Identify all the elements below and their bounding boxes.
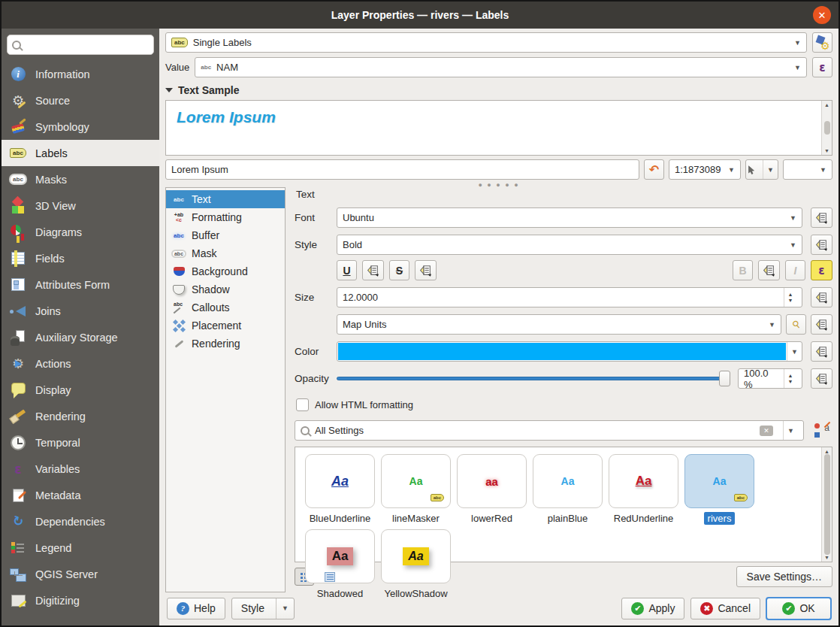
scroll-thumb[interactable] bbox=[824, 121, 830, 135]
style-preset-card[interactable]: Aa bbox=[305, 454, 375, 508]
label-settings-tab[interactable]: Background bbox=[166, 262, 285, 280]
spin-arrows-icon[interactable]: ▲▼ bbox=[784, 369, 796, 388]
font-combo[interactable]: Ubuntu ▼ bbox=[337, 207, 802, 228]
formatting-tab-icon bbox=[171, 211, 186, 224]
sidebar-item[interactable]: Metadata bbox=[2, 482, 159, 508]
help-button[interactable]: ? Help bbox=[167, 598, 225, 619]
sidebar-item[interactable]: Rendering bbox=[2, 403, 159, 429]
style-preset-card[interactable]: Aa bbox=[305, 529, 375, 583]
ok-button[interactable]: ✔ OK bbox=[766, 598, 831, 619]
sidebar-item[interactable]: Fields bbox=[2, 245, 159, 271]
strikethrough-override-button[interactable] bbox=[415, 260, 437, 280]
label-settings-tab[interactable]: Formatting bbox=[166, 208, 285, 226]
label-settings-tab[interactable]: Rendering bbox=[166, 335, 285, 353]
label-settings-tab[interactable]: Buffer bbox=[166, 226, 285, 244]
size-override-button[interactable] bbox=[811, 287, 832, 307]
sidebar-item[interactable]: Legend bbox=[2, 535, 159, 561]
style-combo[interactable]: Bold ▼ bbox=[337, 235, 802, 255]
sidebar-search[interactable] bbox=[7, 35, 154, 55]
sidebar-item[interactable]: Joins bbox=[2, 298, 159, 324]
underline-override-button[interactable] bbox=[362, 260, 384, 280]
expression-builder-button[interactable]: ε bbox=[812, 57, 832, 77]
mask-tab-icon bbox=[171, 247, 186, 260]
sidebar-item[interactable]: Variables bbox=[2, 456, 159, 482]
sample-scrollbar[interactable]: ▲ ▼ bbox=[821, 101, 832, 155]
label-settings-tab[interactable]: Shadow bbox=[166, 280, 285, 298]
label-settings-tab[interactable]: Placement bbox=[166, 317, 285, 335]
strikethrough-button[interactable]: S bbox=[389, 260, 409, 280]
sidebar-item[interactable]: Temporal bbox=[2, 429, 159, 456]
color-override-button[interactable] bbox=[811, 341, 832, 362]
metadata-icon bbox=[9, 487, 27, 504]
style-preset-card[interactable]: Aa bbox=[609, 454, 678, 508]
rendering-icon bbox=[9, 408, 27, 425]
automated-placement-settings-button[interactable] bbox=[812, 32, 832, 53]
value-field-combo[interactable]: abc NAM ▼ bbox=[195, 57, 807, 77]
splitter-handle[interactable]: ● ● ● ● ● bbox=[165, 182, 832, 187]
save-settings-button[interactable]: Save Settings… bbox=[736, 566, 832, 587]
sidebar-item[interactable]: Attributes Form bbox=[2, 271, 159, 298]
label-settings-tab[interactable]: Callouts bbox=[166, 298, 285, 317]
clear-search-icon[interactable]: ✕ bbox=[760, 426, 773, 436]
font-override-button[interactable] bbox=[811, 207, 832, 228]
sidebar-item[interactable]: Diagrams bbox=[2, 219, 159, 245]
label-settings-tab[interactable]: Mask bbox=[166, 244, 285, 262]
slider-handle[interactable] bbox=[719, 371, 730, 386]
style-preset-card[interactable]: Aa bbox=[381, 529, 451, 583]
data-defined-icon bbox=[814, 211, 829, 224]
label-mode-combo[interactable]: abc Single Labels ▼ bbox=[165, 32, 807, 53]
font-color-button[interactable]: ▼ bbox=[337, 341, 802, 362]
size-spinbox[interactable]: 12.0000 ▲▼ bbox=[337, 287, 802, 307]
units-settings-button[interactable]: ⚲ bbox=[786, 314, 806, 335]
sample-text-input[interactable]: Lorem Ipsum bbox=[165, 159, 639, 180]
sidebar-search-input[interactable] bbox=[25, 39, 157, 50]
italic-override-button[interactable]: ε bbox=[811, 260, 832, 280]
style-override-button[interactable] bbox=[811, 235, 832, 255]
style-manager-button[interactable]: a bbox=[812, 420, 832, 441]
label-settings-tab[interactable]: Text bbox=[166, 190, 285, 208]
scroll-up-icon[interactable]: ▲ bbox=[824, 102, 829, 108]
units-override-button[interactable] bbox=[811, 314, 832, 335]
sidebar-item[interactable]: Actions bbox=[2, 350, 159, 377]
scroll-down-icon[interactable]: ▼ bbox=[824, 148, 829, 153]
allow-html-checkbox[interactable] bbox=[296, 398, 309, 411]
style-menu-button[interactable]: Style ▼ bbox=[231, 598, 295, 619]
cancel-button[interactable]: ✖ Cancel bbox=[690, 598, 760, 619]
sidebar-item[interactable]: Masks bbox=[2, 166, 159, 192]
style-preset-card[interactable]: Aa abc bbox=[684, 454, 754, 508]
size-units-combo[interactable]: Map Units ▼ bbox=[337, 314, 781, 335]
scroll-up-icon[interactable]: ▲ bbox=[824, 449, 829, 454]
bold-button[interactable]: B bbox=[733, 260, 753, 280]
sidebar-item[interactable]: Symbology bbox=[2, 114, 159, 140]
style-preset-card[interactable]: aa bbox=[457, 454, 527, 508]
scroll-thumb[interactable] bbox=[824, 454, 830, 555]
reset-sample-button[interactable]: ↶ bbox=[644, 159, 664, 180]
sidebar-item[interactable]: Source bbox=[2, 87, 159, 114]
sidebar-item[interactable]: Dependencies bbox=[2, 508, 159, 535]
opacity-override-button[interactable] bbox=[811, 368, 832, 389]
sidebar-item[interactable]: Digitizing bbox=[2, 587, 159, 613]
sidebar-item[interactable]: Auxiliary Storage bbox=[2, 324, 159, 350]
apply-button[interactable]: ✔ Apply bbox=[621, 598, 684, 619]
set-to-current-scale-button[interactable]: ▼ bbox=[745, 159, 778, 180]
opacity-spinbox[interactable]: 100.0 % ▲▼ bbox=[738, 368, 802, 389]
sidebar-item[interactable]: Labels bbox=[2, 140, 159, 166]
text-sample-header[interactable]: Text Sample bbox=[165, 80, 832, 100]
presets-scrollbar[interactable]: ▲ ▼ bbox=[821, 447, 832, 562]
preview-background-combo[interactable]: ▼ bbox=[783, 159, 832, 180]
italic-button[interactable]: I bbox=[785, 260, 805, 280]
style-preset-card[interactable]: Aa bbox=[533, 454, 603, 508]
sidebar-item[interactable]: QGIS Server bbox=[2, 561, 159, 587]
underline-button[interactable]: U bbox=[337, 260, 357, 280]
sidebar-item[interactable]: Information bbox=[2, 61, 159, 87]
sidebar-item[interactable]: 3D View bbox=[2, 192, 159, 219]
close-icon[interactable]: ✕ bbox=[813, 6, 831, 24]
bold-override-button[interactable] bbox=[758, 260, 780, 280]
opacity-slider[interactable] bbox=[337, 368, 730, 389]
scroll-down-icon[interactable]: ▼ bbox=[824, 555, 829, 560]
preview-scale-combo[interactable]: 1:1873089 ▼ bbox=[669, 159, 741, 180]
sidebar-item[interactable]: Display bbox=[2, 377, 159, 403]
settings-search-combo[interactable]: All Settings ✕ ▼ bbox=[295, 420, 804, 441]
style-preset-card[interactable]: Aa abc bbox=[381, 454, 451, 508]
spin-arrows-icon[interactable]: ▲▼ bbox=[784, 288, 796, 307]
